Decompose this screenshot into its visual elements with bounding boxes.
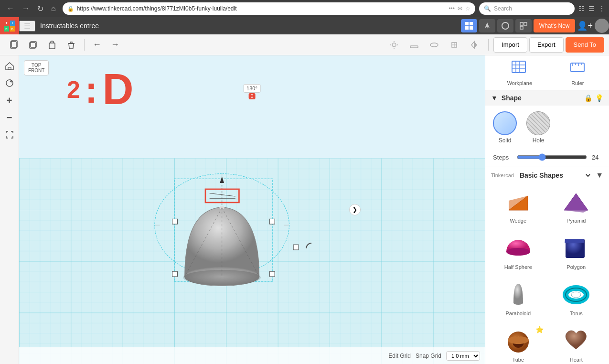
main-layout: + − TOP FRONT 2 : D 180° 0 — [0, 55, 609, 364]
circle-button[interactable] — [425, 37, 443, 53]
url-text: https://www.tinkercad.com/things/8I771zM… — [77, 5, 446, 12]
star-badge: ⭐ — [535, 326, 544, 333]
whats-new-button[interactable]: What's New — [534, 19, 576, 32]
delete-button[interactable] — [62, 37, 80, 53]
grid-icon — [465, 21, 473, 30]
shape-item-pyramid[interactable]: Pyramid — [549, 187, 604, 227]
shape-item-tube[interactable]: ⭐ Tube — [491, 324, 545, 364]
shape-item-torus[interactable]: Torus — [549, 278, 604, 320]
step-number: 2 — [67, 76, 80, 104]
paraboloid-label: Paraboloid — [505, 310, 531, 316]
home-view-button[interactable] — [3, 59, 16, 73]
svg-marker-65 — [509, 196, 528, 210]
rotation-sub: 0 — [249, 93, 256, 99]
collapse-panel-button[interactable]: ❯ — [349, 204, 361, 215]
heart-icon — [562, 328, 590, 354]
tube-icon — [504, 328, 533, 354]
address-bar[interactable]: 🔒 https://www.tinkercad.com/things/8I771… — [63, 2, 475, 15]
shape-item-heart[interactable]: Heart — [549, 324, 604, 364]
svg-rect-12 — [49, 43, 55, 49]
view-cube-front: FRONT — [28, 68, 44, 73]
home-button[interactable]: ⌂ — [48, 3, 59, 14]
pyramid-label: Pyramid — [566, 218, 586, 224]
shapes-library: Tinkercad Basic Shapes ▼ Wedge — [485, 167, 609, 364]
right-panel: Workplane Ruler ▼ — [485, 55, 609, 364]
bulb-shape-button[interactable]: 💡 — [595, 94, 603, 102]
toolbar-separator — [84, 39, 85, 51]
steps-label: Steps — [493, 154, 512, 161]
svg-rect-3 — [470, 26, 473, 30]
snap-grid-select[interactable]: 1.0 mm 0.5 mm 2.0 mm — [446, 351, 480, 361]
browser-search[interactable]: 🔍 Search — [479, 2, 575, 15]
grid-view-button[interactable] — [461, 19, 477, 32]
steps-slider[interactable] — [517, 153, 587, 161]
shape-item-wedge[interactable]: Wedge — [491, 187, 545, 227]
snap-button[interactable] — [445, 37, 463, 53]
solid-label: Solid — [499, 137, 512, 144]
workplane-icon — [510, 59, 529, 78]
export-button[interactable]: Export — [529, 37, 564, 53]
shape-title-text: Shape — [502, 94, 522, 102]
paste-button[interactable] — [43, 37, 61, 53]
user-avatar[interactable] — [595, 19, 609, 33]
polygon-label: Polygon — [566, 264, 586, 270]
app-menu-button[interactable]: ☰ — [19, 21, 35, 32]
shape-item-halfsphere[interactable]: Half Sphere — [491, 231, 545, 274]
view-cube[interactable]: TOP FRONT — [24, 60, 49, 75]
shape-item-paraboloid[interactable]: Paraboloid — [491, 278, 545, 320]
reload-button[interactable]: ↻ — [34, 3, 46, 14]
viewport-bottom: Edit Grid Snap Grid 1.0 mm 0.5 mm 2.0 mm — [19, 347, 485, 364]
pick-button[interactable] — [479, 19, 495, 32]
forward-button[interactable]: → — [19, 3, 32, 14]
tinkercad-logo[interactable]: T I N K — [0, 17, 19, 34]
add-user-button[interactable]: 👤+ — [577, 21, 593, 31]
logo-i: I — [10, 21, 15, 26]
tube-label: Tube — [512, 357, 524, 363]
snap-grid-label: Snap Grid — [416, 353, 441, 359]
send-to-button[interactable]: Send To — [566, 37, 604, 53]
zoom-out-button[interactable]: − — [3, 111, 16, 124]
wedge-icon — [504, 191, 533, 215]
svg-rect-2 — [465, 26, 469, 30]
shapes-icon — [501, 21, 510, 30]
back-button[interactable]: ← — [4, 3, 17, 14]
svg-rect-72 — [565, 239, 585, 243]
lock-shape-button[interactable]: 🔒 — [584, 94, 592, 102]
workplane-tool[interactable]: Workplane — [507, 59, 532, 86]
copy-new-button[interactable] — [5, 37, 23, 53]
polygon-icon — [562, 235, 590, 261]
zoom-in-button[interactable]: + — [3, 94, 16, 107]
import-button[interactable]: Import — [493, 37, 527, 53]
browser-icons: 🔍 Search ☷ ☰ ⋮ — [479, 2, 605, 15]
copy-button[interactable] — [24, 37, 42, 53]
group-button[interactable] — [515, 19, 532, 32]
svg-rect-36 — [293, 245, 299, 250]
redo-button[interactable]: → — [107, 37, 124, 53]
shape-item-polygon[interactable]: Polygon — [549, 231, 604, 274]
more-icon: ••• — [449, 5, 455, 12]
plane-button[interactable] — [405, 37, 423, 53]
ruler-tool[interactable]: Ruler — [568, 59, 587, 86]
undo-button[interactable]: ← — [88, 37, 106, 53]
viewport[interactable]: TOP FRONT 2 : D 180° 0 — [19, 55, 485, 364]
svg-point-4 — [502, 22, 509, 29]
heart-label: Heart — [570, 357, 583, 363]
mirror-button[interactable] — [465, 37, 483, 53]
hole-option[interactable]: Hole — [526, 111, 550, 144]
shapes-button[interactable] — [497, 19, 513, 32]
rotate-view-button[interactable] — [3, 76, 16, 90]
svg-rect-6 — [524, 22, 527, 25]
svg-marker-68 — [564, 193, 588, 213]
shape-panel-header: ▼ Shape 🔒 💡 — [485, 90, 609, 106]
library-select[interactable]: Basic Shapes — [518, 171, 592, 180]
zoom-fit-button[interactable] — [3, 128, 16, 141]
svg-rect-30 — [172, 219, 178, 224]
svg-point-69 — [506, 248, 530, 256]
solid-option[interactable]: Solid — [493, 111, 517, 144]
shape-collapse-icon[interactable]: ▼ — [491, 94, 498, 102]
paraboloid-icon — [504, 281, 533, 308]
nav-buttons: ← → ↻ ⌂ — [4, 3, 59, 14]
light-icon-button[interactable] — [385, 37, 403, 53]
edit-grid-label[interactable]: Edit Grid — [388, 353, 411, 359]
svg-rect-7 — [520, 26, 523, 29]
